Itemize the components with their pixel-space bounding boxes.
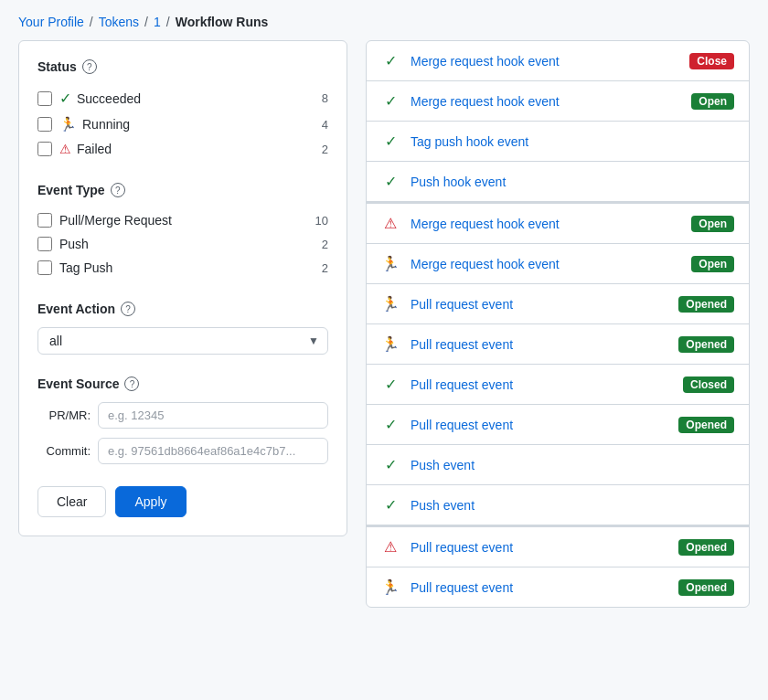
success-status-icon: ✓ <box>381 416 400 433</box>
run-badge: Opened <box>678 336 734 353</box>
run-event-name[interactable]: Pull request event <box>411 297 667 312</box>
success-status-icon: ✓ <box>381 52 400 69</box>
checkbox-succeeded[interactable] <box>37 91 52 106</box>
event-type-help-icon[interactable]: ? <box>111 183 125 197</box>
run-item[interactable]: ✓Merge request hook eventClose <box>367 41 749 81</box>
run-event-name[interactable]: Merge request hook event <box>411 94 680 109</box>
run-item[interactable]: ✓Pull request eventClosed <box>367 365 749 405</box>
run-item[interactable]: ⚠Merge request hook eventOpen <box>367 202 749 244</box>
event-action-title: Event Action ? <box>37 302 328 316</box>
run-event-name[interactable]: Merge request hook event <box>411 217 680 231</box>
running-status-icon: 🏃 <box>381 255 400 272</box>
run-badge: Opened <box>678 539 734 556</box>
success-status-icon: ✓ <box>381 92 400 110</box>
run-badge: Closed <box>683 377 734 393</box>
commit-label: Commit: <box>37 444 91 458</box>
failed-status-icon: ⚠ <box>381 215 400 232</box>
success-status-icon: ✓ <box>381 376 400 393</box>
success-status-icon: ✓ <box>381 496 400 514</box>
status-section: Status ? ✓ Succeeded 8 🏃 Running <box>37 59 328 161</box>
running-status-icon: 🏃 <box>381 295 400 313</box>
run-item[interactable]: ⚠Pull request eventOpened <box>367 525 749 567</box>
run-event-name[interactable]: Pull request event <box>411 337 667 352</box>
runs-list: ✓Merge request hook eventClose✓Merge req… <box>366 40 750 608</box>
failed-status-icon: ⚠ <box>381 538 400 556</box>
filter-panel: Status ? ✓ Succeeded 8 🏃 Running <box>18 40 347 536</box>
event-type-section: Event Type ? Pull/Merge Request 10 Push … <box>37 183 328 280</box>
run-event-name[interactable]: Merge request hook event <box>411 257 680 271</box>
filter-push: Push 2 <box>37 232 328 256</box>
filter-tag-push: Tag Push 2 <box>37 256 328 280</box>
event-type-title: Event Type ? <box>37 183 328 197</box>
event-source-title: Event Source ? <box>37 377 328 391</box>
run-event-name[interactable]: Push event <box>411 458 734 472</box>
run-item[interactable]: 🏃Merge request hook eventOpen <box>367 244 749 284</box>
run-item[interactable]: ✓Pull request eventOpened <box>367 405 749 445</box>
breadcrumb-sep-1: / <box>90 15 93 29</box>
run-item[interactable]: 🏃Pull request eventOpened <box>367 567 749 607</box>
running-icon: 🏃 <box>59 116 77 133</box>
run-event-name[interactable]: Merge request hook event <box>411 54 678 69</box>
checkbox-failed[interactable] <box>37 142 52 156</box>
filter-failed: ⚠ Failed 2 <box>37 137 328 161</box>
run-event-name[interactable]: Push hook event <box>411 175 734 189</box>
breadcrumb-sep-2: / <box>144 15 148 29</box>
checkbox-running[interactable] <box>37 117 52 132</box>
run-item[interactable]: ✓Push event <box>367 485 749 525</box>
event-source-section: Event Source ? PR/MR: Commit: <box>37 377 328 464</box>
run-event-name[interactable]: Push event <box>411 498 734 513</box>
apply-button[interactable]: Apply <box>115 486 186 517</box>
event-action-section: Event Action ? all opened closed merged … <box>37 302 328 355</box>
pr-mr-label: PR/MR: <box>37 408 91 422</box>
running-status-icon: 🏃 <box>381 578 400 596</box>
commit-input[interactable] <box>98 438 328 464</box>
event-source-help-icon[interactable]: ? <box>124 377 139 391</box>
check-icon: ✓ <box>59 90 71 107</box>
checkbox-pull-merge[interactable] <box>37 213 52 228</box>
run-item[interactable]: 🏃Pull request eventOpened <box>367 284 749 324</box>
breadcrumb-1[interactable]: 1 <box>154 15 161 29</box>
breadcrumb: Your Profile / Tokens / 1 / Workflow Run… <box>18 0 750 40</box>
commit-row: Commit: <box>37 438 328 464</box>
clear-button[interactable]: Clear <box>37 486 106 517</box>
filter-pull-merge: Pull/Merge Request 10 <box>37 208 328 232</box>
filter-buttons: Clear Apply <box>37 486 328 517</box>
running-status-icon: 🏃 <box>381 335 400 353</box>
run-badge: Opened <box>678 296 734 313</box>
breadcrumb-your-profile[interactable]: Your Profile <box>18 15 84 29</box>
event-action-dropdown-wrapper: all opened closed merged push ▼ <box>37 327 328 355</box>
run-event-name[interactable]: Tag push hook event <box>411 134 734 149</box>
event-action-select[interactable]: all opened closed merged push <box>37 327 328 355</box>
run-badge: Opened <box>678 579 734 596</box>
run-badge: Close <box>689 53 734 69</box>
breadcrumb-sep-3: / <box>166 15 170 29</box>
run-badge: Open <box>691 216 734 232</box>
run-item[interactable]: ✓Push hook event <box>367 162 749 202</box>
run-item[interactable]: ✓Push event <box>367 445 749 485</box>
success-status-icon: ✓ <box>381 456 400 473</box>
run-badge: Opened <box>678 417 734 433</box>
run-badge: Open <box>691 256 734 272</box>
success-status-icon: ✓ <box>381 133 400 150</box>
breadcrumb-tokens[interactable]: Tokens <box>99 15 139 29</box>
filter-running: 🏃 Running 4 <box>37 111 328 137</box>
checkbox-tag-push[interactable] <box>37 260 52 275</box>
status-title: Status ? <box>37 59 328 74</box>
run-item[interactable]: ✓Tag push hook event <box>367 122 749 162</box>
run-event-name[interactable]: Pull request event <box>411 580 667 595</box>
checkbox-push[interactable] <box>37 237 52 251</box>
success-status-icon: ✓ <box>381 173 400 190</box>
status-help-icon[interactable]: ? <box>82 59 97 74</box>
run-event-name[interactable]: Pull request event <box>411 377 672 392</box>
run-event-name[interactable]: Pull request event <box>411 540 667 555</box>
pr-mr-input[interactable] <box>98 402 328 429</box>
run-item[interactable]: 🏃Pull request eventOpened <box>367 324 749 365</box>
run-event-name[interactable]: Pull request event <box>411 418 667 432</box>
pr-mr-row: PR/MR: <box>37 402 328 429</box>
filter-succeeded: ✓ Succeeded 8 <box>37 85 328 111</box>
run-item[interactable]: ✓Merge request hook eventOpen <box>367 81 749 122</box>
breadcrumb-current: Workflow Runs <box>176 15 269 29</box>
run-badge: Open <box>691 93 734 110</box>
warning-icon: ⚠ <box>59 142 71 156</box>
event-action-help-icon[interactable]: ? <box>121 302 135 316</box>
